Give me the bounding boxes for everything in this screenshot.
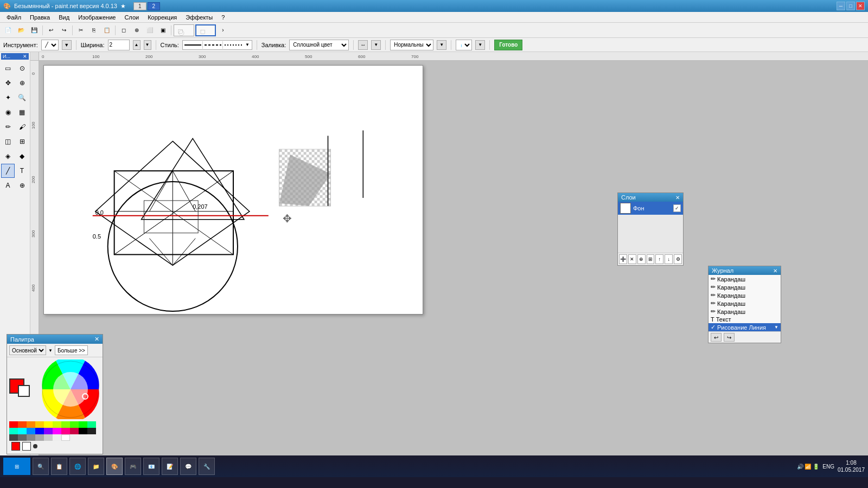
journal-item-5[interactable]: ✏ Карандаш — [709, 307, 781, 316]
save-button[interactable]: 💾 — [28, 24, 40, 36]
color-chip[interactable] — [53, 434, 61, 441]
line-style-expand[interactable]: ▼ — [244, 41, 251, 49]
journal-item-6[interactable]: T Текст — [709, 316, 781, 323]
menu-layers[interactable]: Слои — [120, 13, 143, 22]
invert-select-button[interactable]: ⊕ — [131, 24, 143, 36]
close-button[interactable]: ✕ — [856, 2, 865, 10]
thumbnail-2[interactable] — [195, 24, 216, 36]
resize-button[interactable]: ▣ — [157, 24, 169, 36]
palette-secondary-swatch[interactable] — [22, 442, 31, 451]
redo-button[interactable]: ↪ — [58, 24, 70, 36]
color-chip[interactable] — [27, 434, 35, 441]
layer-duplicate-button[interactable]: ⊕ — [637, 254, 646, 264]
width-down[interactable]: ▼ — [144, 40, 151, 50]
tool-move[interactable]: ✥ — [1, 76, 15, 90]
journal-item-3[interactable]: ✏ Карандаш — [709, 291, 781, 299]
tool-zoom2[interactable]: 🔍 — [15, 91, 29, 105]
tool-text[interactable]: T — [15, 164, 29, 178]
tool-zoom[interactable]: ⊕ — [15, 76, 29, 90]
palette-mode-expand[interactable]: ▼ — [48, 348, 53, 353]
secondary-color-swatch[interactable] — [18, 385, 30, 397]
open-button[interactable]: 📂 — [15, 24, 27, 36]
width-input[interactable] — [108, 40, 130, 50]
tab-2[interactable]: 2 — [148, 2, 161, 10]
tool-extra[interactable]: ⊕ — [15, 178, 29, 192]
fill-select[interactable]: Сплошной цвет — [289, 40, 349, 50]
menu-edit[interactable]: Правка — [25, 13, 54, 22]
color-chip[interactable] — [79, 421, 87, 428]
tool-brush[interactable]: 🖌 — [15, 120, 29, 134]
color-chip[interactable] — [18, 428, 27, 434]
journal-close-button[interactable]: ✕ — [773, 268, 777, 274]
palette-dot[interactable] — [33, 444, 37, 448]
menu-effects[interactable]: Эффекты — [181, 13, 217, 22]
maximize-button[interactable]: □ — [846, 2, 855, 10]
menu-file[interactable]: Файл — [2, 13, 25, 22]
layers-close-button[interactable]: ✕ — [675, 195, 680, 201]
tool-options-button[interactable]: ▼ — [62, 40, 72, 50]
color-chip[interactable] — [53, 421, 61, 428]
crop-button[interactable]: ⬜ — [144, 24, 156, 36]
tool-magic-wand[interactable]: ✦ — [1, 91, 15, 105]
color-wheel-svg[interactable] — [41, 359, 100, 419]
menu-image[interactable]: Изображение — [74, 13, 120, 22]
canvas[interactable]: ✥ — [43, 65, 423, 314]
color-chip[interactable] — [18, 434, 27, 441]
color-chip[interactable] — [87, 428, 96, 434]
menu-adjustments[interactable]: Коррекция — [143, 13, 181, 22]
color-chip-white[interactable] — [61, 434, 70, 441]
layer-move-down-button[interactable]: ↓ — [665, 254, 673, 264]
color-chip-red[interactable] — [9, 421, 18, 428]
color-chip[interactable] — [18, 421, 27, 428]
canvas-scroll[interactable]: ✥ — [39, 61, 868, 455]
color-chip[interactable] — [35, 421, 44, 428]
tool-select-rect[interactable]: ▭ — [1, 61, 15, 75]
toolbox-close[interactable]: ✕ — [23, 54, 27, 59]
tool-text2[interactable]: A — [1, 178, 15, 192]
paste-button[interactable]: 📋 — [101, 24, 113, 36]
line-style-dash[interactable] — [203, 41, 223, 49]
line-style-selector[interactable]: ▼ — [182, 40, 252, 50]
tool-recolor[interactable]: ◈ — [1, 149, 15, 163]
tool-gradient[interactable]: ▦ — [15, 105, 29, 119]
arrow-options-button[interactable]: ↔ — [358, 40, 368, 50]
layer-merge-button[interactable]: ⊞ — [647, 254, 655, 264]
arrow-expand[interactable]: ▼ — [371, 40, 381, 50]
color-chip[interactable] — [35, 434, 44, 441]
blend-mode-select[interactable]: Нормальный — [390, 40, 433, 50]
color-chip[interactable] — [61, 428, 70, 434]
color-chip[interactable] — [9, 434, 18, 441]
journal-redo-button[interactable]: ↪ — [724, 333, 735, 342]
tool-pencil[interactable]: ✏ — [1, 120, 15, 134]
palette-mode-select[interactable]: Основной — [9, 345, 46, 355]
color-chip[interactable] — [9, 428, 18, 434]
opacity-expand[interactable]: ▼ — [475, 40, 485, 50]
minimize-button[interactable]: ─ — [837, 2, 845, 10]
tool-shapes[interactable]: ◆ — [15, 149, 29, 163]
tool-eraser[interactable]: ◫ — [1, 134, 15, 149]
palette-more-button[interactable]: Больше >> — [55, 345, 88, 355]
add-tab-button[interactable]: › — [217, 24, 229, 36]
color-chip[interactable] — [53, 428, 61, 434]
line-style-solid[interactable] — [183, 41, 203, 49]
layer-delete-button[interactable]: ✕ — [628, 254, 636, 264]
new-button[interactable]: 📄 — [2, 24, 14, 36]
menu-view[interactable]: Вид — [54, 13, 74, 22]
layer-properties-button[interactable]: ⚙ — [674, 254, 682, 264]
tool-line[interactable]: ╱ — [1, 164, 15, 178]
width-up[interactable]: ▲ — [133, 40, 141, 50]
journal-item-7[interactable]: ✓ Рисование Линия ▼ — [709, 323, 781, 331]
color-chip[interactable] — [87, 421, 96, 428]
color-chip[interactable] — [44, 434, 53, 441]
tool-type-select[interactable]: ╱ — [41, 40, 59, 50]
menu-help[interactable]: ? — [217, 13, 229, 22]
opacity-select[interactable]: 💧 — [456, 40, 472, 50]
color-chip[interactable] — [35, 428, 44, 434]
undo-button[interactable]: ↩ — [45, 24, 57, 36]
tool-paint-bucket[interactable]: ◉ — [1, 105, 15, 119]
journal-item-1[interactable]: ✏ Карандаш — [709, 275, 781, 283]
color-chip[interactable] — [27, 428, 35, 434]
done-button[interactable]: Готово — [494, 40, 522, 50]
color-chip[interactable] — [44, 421, 53, 428]
blend-expand[interactable]: ▼ — [437, 40, 446, 50]
